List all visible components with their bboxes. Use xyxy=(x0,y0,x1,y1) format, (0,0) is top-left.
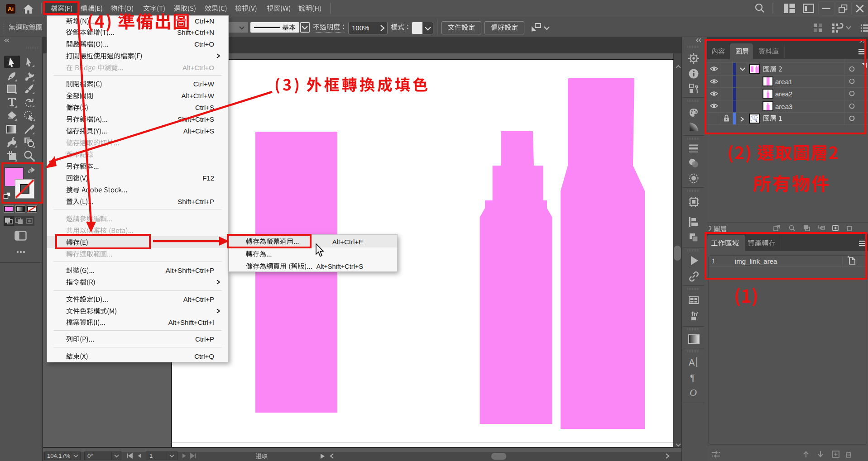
svg-text:A: A xyxy=(689,357,695,367)
svg-text:O: O xyxy=(690,387,697,398)
svg-text:¶: ¶ xyxy=(690,373,695,383)
